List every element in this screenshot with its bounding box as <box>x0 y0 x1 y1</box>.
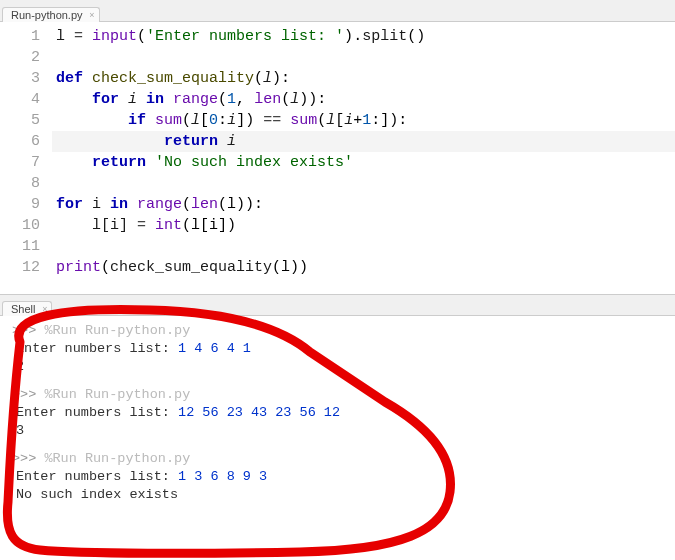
code-line <box>52 236 675 257</box>
line-number: 4 <box>0 89 40 110</box>
line-number: 9 <box>0 194 40 215</box>
shell-tabbar: Shell × <box>0 294 675 316</box>
run-command: %Run Run-python.py <box>44 323 190 338</box>
code-editor[interactable]: 1 2 3 4 5 6 7 8 9 10 11 12 l = input('En… <box>0 22 675 286</box>
close-icon[interactable]: × <box>42 304 47 314</box>
line-number: 1 <box>0 26 40 47</box>
program-output: No such index exists <box>16 487 178 502</box>
code-line: print(check_sum_equality(l)) <box>52 257 675 278</box>
code-line <box>52 47 675 68</box>
line-number: 2 <box>0 47 40 68</box>
editor-tab[interactable]: Run-python.py × <box>2 7 100 22</box>
line-number-gutter: 1 2 3 4 5 6 7 8 9 10 11 12 <box>0 26 52 278</box>
code-line: l[i] = int(l[i]) <box>52 215 675 236</box>
shell-prompt: >>> <box>12 323 44 338</box>
line-number: 12 <box>0 257 40 278</box>
program-output: 2 <box>16 359 24 374</box>
shell-tab-label: Shell <box>11 303 35 315</box>
run-command: %Run Run-python.py <box>44 387 190 402</box>
shell-prompt: >>> <box>12 387 44 402</box>
shell-run-block: >>> %Run Run-python.py Enter numbers lis… <box>12 386 667 440</box>
line-number: 5 <box>0 110 40 131</box>
code-area[interactable]: l = input('Enter numbers list: ').split(… <box>52 26 675 278</box>
shell-prompt: >>> <box>12 451 44 466</box>
close-icon[interactable]: × <box>89 10 94 20</box>
editor-tabbar: Run-python.py × <box>0 0 675 22</box>
input-prompt-text: Enter numbers list: <box>16 405 178 420</box>
code-line: if sum(l[0:i]) == sum(l[i+1:]): <box>52 110 675 131</box>
line-number: 6 <box>0 131 40 152</box>
shell-run-block: >>> %Run Run-python.py Enter numbers lis… <box>12 450 667 504</box>
shell-run-block: >>> %Run Run-python.py Enter numbers lis… <box>12 322 667 376</box>
shell-output[interactable]: >>> %Run Run-python.py Enter numbers lis… <box>0 316 675 522</box>
code-line <box>52 173 675 194</box>
code-line: def check_sum_equality(l): <box>52 68 675 89</box>
line-number: 11 <box>0 236 40 257</box>
code-line: return 'No such index exists' <box>52 152 675 173</box>
run-command: %Run Run-python.py <box>44 451 190 466</box>
code-line: for i in range(len(l)): <box>52 194 675 215</box>
user-input: 12 56 23 43 23 56 12 <box>178 405 340 420</box>
editor-tab-label: Run-python.py <box>11 9 83 21</box>
code-line: l = input('Enter numbers list: ').split(… <box>52 26 675 47</box>
line-number: 8 <box>0 173 40 194</box>
user-input: 1 3 6 8 9 3 <box>178 469 267 484</box>
line-number: 7 <box>0 152 40 173</box>
code-line: return i <box>52 131 675 152</box>
program-output: 3 <box>16 423 24 438</box>
line-number: 3 <box>0 68 40 89</box>
input-prompt-text: Enter numbers list: <box>16 341 178 356</box>
code-line: for i in range(1, len(l)): <box>52 89 675 110</box>
user-input: 1 4 6 4 1 <box>178 341 251 356</box>
shell-tab[interactable]: Shell × <box>2 301 52 316</box>
input-prompt-text: Enter numbers list: <box>16 469 178 484</box>
line-number: 10 <box>0 215 40 236</box>
